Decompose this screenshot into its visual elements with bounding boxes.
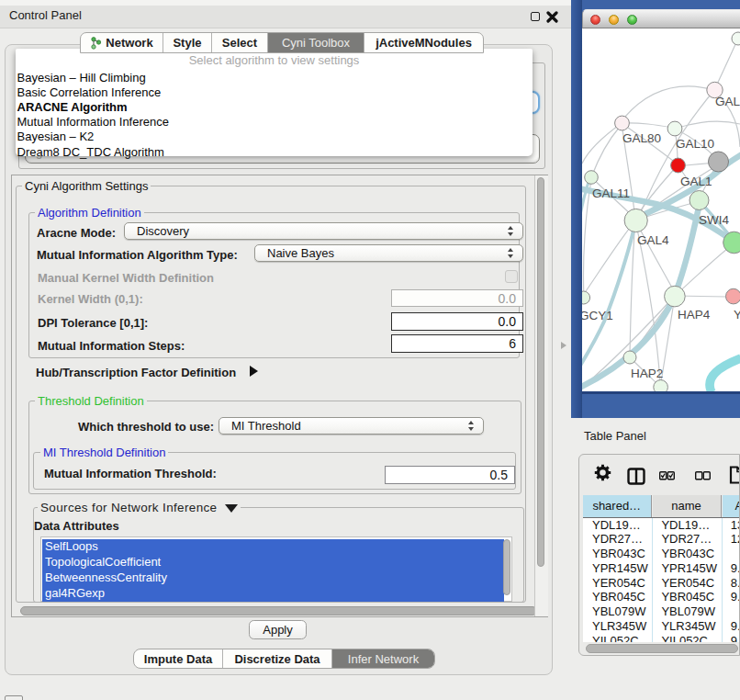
svg-text:GAL4: GAL4	[637, 233, 669, 247]
svg-text:SWI4: SWI4	[699, 213, 729, 227]
svg-text:GAL7: GAL7	[715, 95, 740, 108]
svg-text:GCY1: GCY1	[582, 309, 613, 322]
svg-text:HAP2: HAP2	[631, 367, 663, 380]
svg-text:GAL11: GAL11	[592, 186, 630, 200]
svg-text:YM: YM	[734, 308, 740, 322]
svg-text:HAP4: HAP4	[678, 308, 711, 322]
svg-text:GAL80: GAL80	[622, 131, 661, 145]
svg-text:GAL1: GAL1	[680, 175, 712, 188]
svg-text:GAL10: GAL10	[676, 137, 714, 151]
